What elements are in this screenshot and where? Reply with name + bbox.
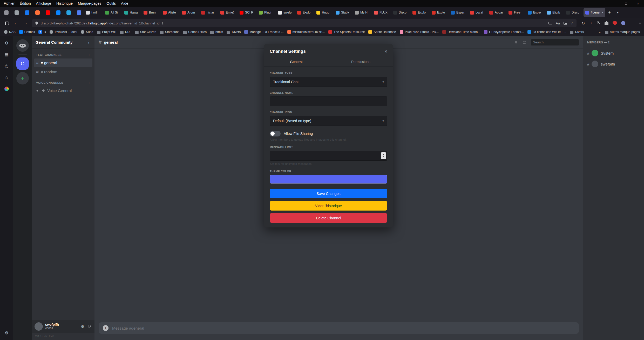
account-icon[interactable] <box>596 21 600 26</box>
menu-item[interactable]: Outils <box>104 0 118 7</box>
bookmark-item[interactable]: Projet WH <box>95 29 118 35</box>
menu-item[interactable]: Édition <box>17 0 33 7</box>
discord-home-button[interactable] <box>16 39 29 52</box>
sidebar-settings-icon[interactable]: ⚙ <box>3 39 11 47</box>
browser-tab[interactable]: Locat <box>468 8 487 17</box>
search-input[interactable] <box>531 39 579 45</box>
menu-item[interactable]: Marque-pages <box>75 0 104 7</box>
message-input[interactable] <box>112 326 575 330</box>
other-bookmarks-button[interactable]: Autres marque-pages <box>603 30 642 34</box>
browser-tab[interactable]: Hawa <box>123 8 142 17</box>
channel-row[interactable]: # # random <box>34 68 92 76</box>
browser-tab[interactable]: Hugg <box>315 8 334 17</box>
server-header[interactable]: General Community ⋮ <box>32 36 94 48</box>
modal-tab[interactable]: General <box>264 57 329 66</box>
browser-tab[interactable]: Explo <box>411 8 430 17</box>
browser-tab[interactable]: Disco <box>391 8 411 17</box>
browser-tab[interactable]: FLUX <box>372 8 391 17</box>
sidebar-palette-icon[interactable]: ● <box>3 85 11 92</box>
bookmark-item[interactable]: Starbound <box>158 29 181 35</box>
browser-tab[interactable]: t will <box>84 8 103 17</box>
back-button[interactable]: ← <box>12 19 20 27</box>
bookmark-item[interactable]: mistralai/Mixtral-8x7B... <box>286 29 327 35</box>
bookmark-item[interactable]: Download Time Mana... <box>440 29 482 35</box>
browser-tab[interactable]: Explo <box>430 8 449 17</box>
bookmark-item[interactable]: Divers <box>568 29 586 35</box>
browser-tab[interactable]: Eligib <box>545 8 564 17</box>
sidebar-customize-icon[interactable]: ⚙ <box>3 329 11 336</box>
tracking-shield-icon[interactable] <box>35 21 39 25</box>
member-row[interactable]: # swefpifh <box>585 58 642 69</box>
browser-tab[interactable]: #gener × <box>584 8 605 17</box>
modal-tab[interactable]: Permissions <box>329 57 393 66</box>
menu-item[interactable]: Aide <box>118 0 131 7</box>
browser-tab[interactable]: Appar <box>487 8 507 17</box>
minimize-button[interactable]: – <box>608 0 620 7</box>
extension-icon[interactable] <box>621 21 625 25</box>
browser-tab[interactable]: Emie0 <box>219 8 238 17</box>
pinned-tab-youtube[interactable] <box>43 8 53 17</box>
screenshot-icon[interactable] <box>548 22 552 24</box>
bookmark-item[interactable]: Star Citizen <box>133 29 158 35</box>
maximize-button[interactable]: □ <box>620 0 632 7</box>
browser-tab[interactable]: Bruni <box>142 8 161 17</box>
channel-name-input[interactable] <box>270 96 387 106</box>
extensions-icon[interactable] <box>605 22 608 25</box>
browser-tab[interactable]: Espace cli <box>449 8 468 17</box>
server-menu-icon[interactable]: ⋮ <box>87 40 91 45</box>
save-changes-button[interactable]: Save Changes <box>270 189 387 198</box>
reload-button[interactable]: ↻ <box>579 19 587 27</box>
browser-tab[interactable]: Stable <box>334 8 353 17</box>
pinned-tab-swirl[interactable] <box>74 8 84 17</box>
menu-icon[interactable]: ≡ <box>639 21 641 26</box>
menu-item[interactable]: Fichier <box>1 0 17 7</box>
pinned-tab-globe[interactable] <box>11 8 22 17</box>
member-row[interactable]: # System <box>585 48 642 58</box>
menu-item[interactable]: Historique <box>54 0 75 7</box>
sidebar-history-icon[interactable]: ◷ <box>3 62 11 69</box>
sidebar-tabs-icon[interactable]: ▦ <box>3 51 11 58</box>
pinned-tab-facebook[interactable] <box>22 8 32 17</box>
list-all-tabs-button[interactable]: ▾ <box>614 8 622 17</box>
user-avatar[interactable] <box>35 322 43 331</box>
sidebar-bookmarks-icon[interactable]: ☆ <box>3 74 11 81</box>
menu-item[interactable]: Affichage <box>33 0 54 7</box>
bookmark-item[interactable]: The Spriters Resource <box>327 29 367 35</box>
voice-channel-row[interactable]: Voice General <box>34 86 92 95</box>
browser-tab[interactable]: niciar <box>199 8 219 17</box>
clear-history-button[interactable]: Vider l'historique <box>270 201 387 211</box>
channel-icon-select[interactable]: Default (Based on type) ▾ <box>270 116 387 126</box>
bookmarks-overflow-icon[interactable]: » <box>596 30 602 34</box>
forward-button[interactable]: → <box>21 19 30 27</box>
bookmark-item[interactable]: f D <box>37 29 48 35</box>
close-window-button[interactable]: × <box>632 0 644 7</box>
members-toggle-icon[interactable] <box>522 40 527 44</box>
sidebar-toggle-button[interactable] <box>3 19 11 27</box>
theme-color-input[interactable] <box>270 175 387 184</box>
bookmark-item[interactable]: L'Encyclopédie Fantast... <box>482 29 526 35</box>
adblock-icon[interactable] <box>613 21 617 25</box>
pinned-tab-blue[interactable] <box>53 8 63 17</box>
bookmark-item[interactable]: Conan Exiles <box>181 29 208 35</box>
pinned-tab-orange[interactable] <box>32 8 43 17</box>
bookmark-item[interactable]: Sprite Database <box>367 29 398 35</box>
number-spinner[interactable]: ▴ ▾ <box>381 152 386 159</box>
bookmark-item[interactable]: DDL <box>118 29 133 35</box>
browser-tab[interactable]: My H <box>353 8 372 17</box>
pinned-tab-firefox-view[interactable] <box>1 8 11 17</box>
spinner-down-icon[interactable]: ▾ <box>383 156 384 158</box>
notifications-bell-icon[interactable] <box>514 40 518 44</box>
browser-tab[interactable]: Free <box>507 8 526 17</box>
url-bar[interactable]: discord-like-php-chat-7262.dev.flatlogic… <box>32 19 577 27</box>
logout-icon[interactable] <box>88 324 92 329</box>
close-icon[interactable]: × <box>384 49 387 54</box>
browser-tab[interactable]: Explo <box>295 8 315 17</box>
browser-tab[interactable]: Espace ab <box>526 8 545 17</box>
browser-tab[interactable]: SCI R <box>238 8 257 17</box>
add-server-button[interactable]: + <box>16 72 29 84</box>
attach-plus-icon[interactable]: + <box>103 325 109 331</box>
bookmark-item[interactable]: Hotmail <box>17 29 37 35</box>
bookmark-item[interactable]: Suno <box>79 29 95 35</box>
bookmark-item[interactable]: PixelPlush Studio - Pix... <box>398 29 441 35</box>
browser-tab[interactable]: All Si <box>103 8 123 17</box>
